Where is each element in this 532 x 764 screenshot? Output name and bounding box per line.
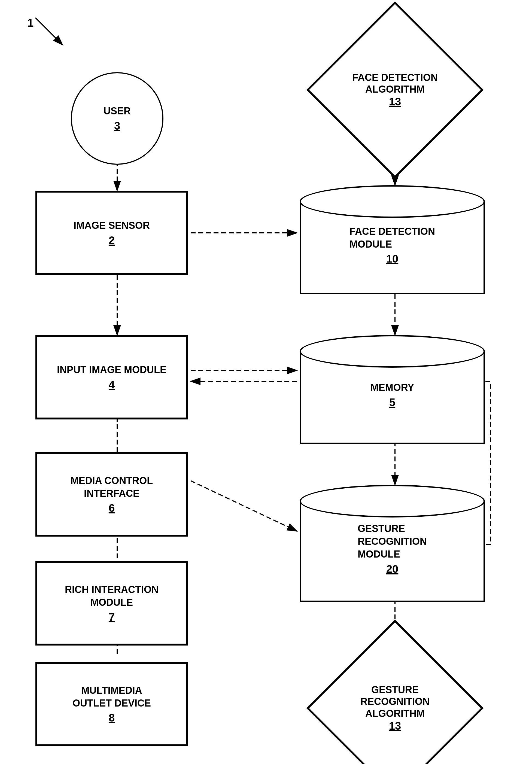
memory-number: 5 <box>389 396 395 409</box>
input-image-module-number: 4 <box>109 379 115 391</box>
gesture-recognition-module-node: GESTURERECOGNITIONMODULE 20 <box>300 485 485 602</box>
image-sensor-number: 2 <box>109 234 115 247</box>
svg-line-13 <box>191 481 297 531</box>
memory-node: MEMORY 5 <box>300 335 485 444</box>
multimedia-outlet-device-node: MULTIMEDIAOUTLET DEVICE 8 <box>35 662 188 746</box>
multimedia-outlet-device-label: MULTIMEDIAOUTLET DEVICE <box>73 684 151 710</box>
face-detection-module-number: 10 <box>386 253 399 265</box>
svg-line-15 <box>35 18 63 45</box>
input-image-module-node: INPUT IMAGE MODULE 4 <box>35 335 188 420</box>
gesture-recognition-algorithm-node: GESTURERECOGNITIONALGORITHM13 <box>300 640 490 764</box>
multimedia-outlet-device-number: 8 <box>109 712 115 724</box>
face-detection-algorithm-label: FACE DETECTIONALGORITHM13 <box>352 72 438 108</box>
gesture-recognition-module-label: GESTURERECOGNITIONMODULE <box>358 522 427 561</box>
diagram: 1 USER 3 IMAGE SENSOR 2 INPUT IMAGE MODU… <box>0 0 532 764</box>
image-sensor-node: IMAGE SENSOR 2 <box>35 191 188 275</box>
user-number: 3 <box>114 120 120 132</box>
gesture-recognition-module-number: 20 <box>386 563 399 575</box>
image-sensor-label: IMAGE SENSOR <box>74 219 150 232</box>
user-node: USER 3 <box>71 72 163 165</box>
rich-interaction-module-number: 7 <box>109 611 115 623</box>
media-control-interface-number: 6 <box>109 502 115 514</box>
rich-interaction-module-node: RICH INTERACTIONMODULE 7 <box>35 561 188 646</box>
media-control-interface-node: MEDIA CONTROLINTERFACE 6 <box>35 452 188 537</box>
user-label: USER <box>103 105 131 118</box>
rich-interaction-module-label: RICH INTERACTIONMODULE <box>65 583 159 609</box>
input-image-module-label: INPUT IMAGE MODULE <box>57 364 166 376</box>
ref-arrow <box>27 15 76 64</box>
face-detection-algorithm-node: FACE DETECTIONALGORITHM13 <box>300 22 490 158</box>
face-detection-module-node: FACE DETECTIONMODULE 10 <box>300 185 485 294</box>
gesture-recognition-algorithm-label: GESTURERECOGNITIONALGORITHM13 <box>360 684 430 732</box>
face-detection-module-label: FACE DETECTIONMODULE <box>349 225 435 251</box>
memory-label: MEMORY <box>370 381 414 394</box>
media-control-interface-label: MEDIA CONTROLINTERFACE <box>71 475 153 500</box>
